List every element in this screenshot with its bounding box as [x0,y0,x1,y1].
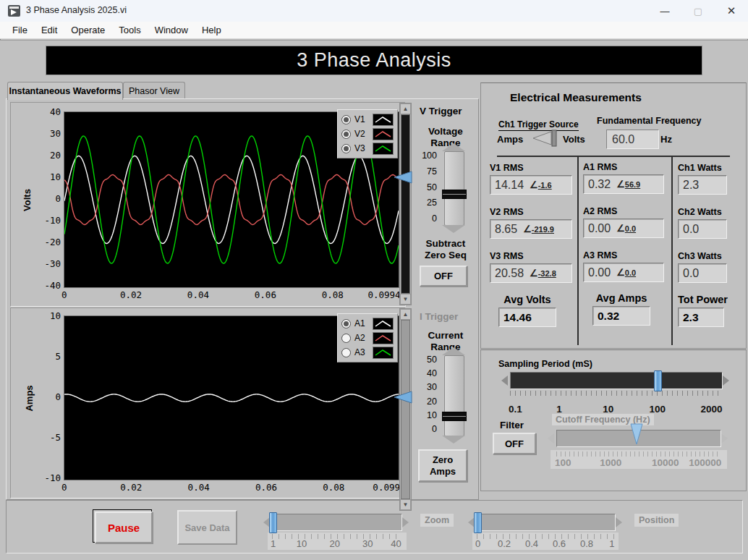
scroll-down-icon[interactable]: ▼ [400,294,411,305]
y-tick: 20 [50,150,61,161]
slider-track[interactable] [510,372,723,389]
slider-tick-label: 0.1 [509,404,522,415]
legend-label: A2 [354,333,369,343]
plot-style-swatch[interactable] [373,347,394,359]
trigger-source-switch[interactable] [529,130,562,150]
scale-tick: 0 [432,213,437,224]
slider-handle[interactable] [269,512,277,533]
y-tick: 0 [55,193,61,204]
filter-button[interactable]: OFF [493,433,536,454]
x-tick: 0.099 [373,482,400,493]
legend-item-v2: V2 [341,127,394,141]
front-panel: 3 Phase Analysis Instantaneous Waveforms… [0,40,748,560]
plot-visible-radio[interactable] [341,319,351,328]
voltage-range-slider[interactable]: 1007550250 [418,149,470,236]
plot-style-swatch[interactable] [373,332,394,344]
menu-window[interactable]: Window [148,23,195,37]
amps-x-ticks: 00.020.040.060.080.099 [64,482,398,492]
zero-amps-button[interactable]: Zero Amps [418,449,467,482]
tab-instantaneous-waveforms[interactable]: Instantaneous Waveforms [7,82,123,100]
position-label: Position [634,514,679,527]
menu-help[interactable]: Help [195,23,229,37]
plot-style-swatch[interactable] [373,318,394,330]
tab-phasor-view[interactable]: Phasor View [123,82,185,99]
slider-decrement-icon[interactable] [442,225,465,233]
page-title: 3 Phase Analysis [297,49,451,72]
scale-tick: 75 [427,166,437,177]
plot-visible-radio[interactable] [341,130,351,139]
sampling-panel: Sampling Period (mS) 0.11101002000 Filte… [480,349,747,491]
legend-label: V2 [354,129,369,139]
plot-style-swatch[interactable] [373,128,394,140]
x-tick: 0.02 [120,289,142,300]
sampling-period-label: Sampling Period (mS) [498,359,592,369]
i-trigger-title: I Trigger [420,311,458,322]
voltage-trigger-cursor[interactable] [394,171,412,187]
slider-tick-label: 40 [391,538,401,549]
zoom-slider[interactable]: 110203040 [263,512,415,550]
menu-tools[interactable]: Tools [112,23,148,37]
a2-rms-meter: A2 RMS 0.00 ∠0.0 [583,206,664,238]
plot-style-swatch[interactable] [373,114,394,126]
slider-pointer[interactable] [630,423,643,448]
scrollbar-thumb[interactable] [401,114,410,294]
plot-visible-radio[interactable] [341,348,351,357]
slider-increment-icon[interactable] [442,143,465,151]
slider-track[interactable] [272,514,402,531]
fundamental-frequency-value[interactable]: 60.0 [606,130,659,149]
cutoff-frequency-slider[interactable]: 100100010000100000 [543,428,740,473]
save-data-button[interactable]: Save Data [177,510,237,545]
slider-right-arrow-icon[interactable] [616,517,622,527]
current-trigger-cursor[interactable] [394,391,412,407]
slider-handle[interactable] [474,512,482,533]
slider-handle[interactable] [442,190,467,199]
amps-graph-scrollbar[interactable]: ▲ ▼ [399,308,412,511]
position-slider[interactable]: 00.20.40.60.81 [468,512,629,550]
scale-tick: 40 [427,368,437,378]
slider-increment-icon[interactable] [442,347,465,355]
scrollbar-thumb[interactable] [401,320,410,499]
slider-track[interactable] [477,514,616,531]
divider [671,156,673,345]
slider-tick-label: 10 [603,404,613,415]
slider-tick-label: 100 [555,457,571,468]
slider-decrement-icon[interactable] [442,436,465,444]
slider-track[interactable] [444,355,464,436]
subtract-zero-seq-label: Subtract Zero Seq [417,238,475,261]
slider-tick-label: 20 [329,538,339,549]
slider-right-arrow-icon[interactable] [402,517,409,527]
scroll-up-icon[interactable]: ▲ [400,309,411,320]
slider-handle[interactable] [654,370,662,391]
minimize-button[interactable]: — [648,0,681,22]
scroll-down-icon[interactable]: ▼ [400,499,411,510]
close-button[interactable]: ✕ [715,0,748,22]
legend-item-v3: V3 [341,141,394,156]
slider-track[interactable] [444,151,464,226]
scroll-up-icon[interactable]: ▲ [400,103,411,114]
slider-tick-labels: 00.20.40.60.81 [477,538,614,550]
legend-label: V3 [354,143,369,153]
menu-operate[interactable]: Operate [64,23,112,37]
y-tick: -5 [50,432,61,443]
electrical-measurements-panel: Electrical Measurements Ch1 Trigger Sour… [480,82,747,349]
current-range-slider[interactable]: 50403020100 [418,353,470,447]
plot-visible-radio[interactable] [341,334,351,343]
slider-handle[interactable] [442,412,467,421]
scale-tick: 30 [427,382,437,392]
y-tick: 0 [55,391,61,402]
slider-tick-label: 100000 [689,457,721,468]
y-tick: -10 [44,472,61,483]
legend-item-v1: V1 [341,112,394,127]
slider-right-arrow-icon[interactable] [723,376,729,386]
y-tick: 5 [55,351,61,362]
pause-button[interactable]: Pause [95,512,153,543]
volts-graph-scrollbar[interactable]: ▲ ▼ [399,103,412,305]
subtract-zero-seq-button[interactable]: OFF [420,266,467,287]
slider-tick-label: 10000 [652,457,679,468]
menu-file[interactable]: File [6,23,35,37]
plot-visible-radio[interactable] [341,115,351,124]
menu-edit[interactable]: Edit [35,23,64,37]
plot-style-swatch[interactable] [373,143,394,155]
plot-visible-radio[interactable] [341,144,351,153]
slider-left-arrow-icon[interactable] [501,376,508,386]
